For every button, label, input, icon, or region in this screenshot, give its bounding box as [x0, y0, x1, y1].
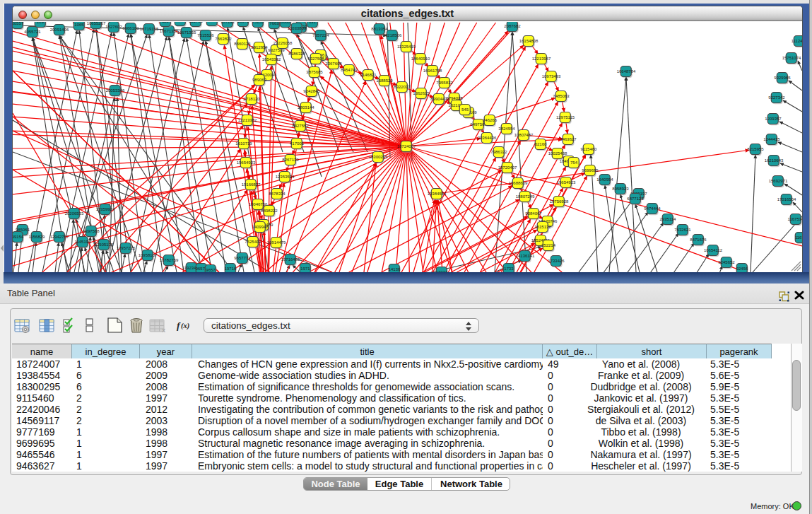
svg-text:16914479: 16914479	[267, 240, 286, 245]
svg-text:1409948: 1409948	[252, 225, 269, 229]
svg-text:10958107: 10958107	[139, 253, 158, 257]
svg-text:12505135: 12505135	[95, 243, 114, 247]
svg-text:746266: 746266	[483, 118, 498, 122]
svg-text:20053346: 20053346	[106, 88, 125, 93]
svg-text:1065526: 1065526	[172, 22, 189, 23]
svg-text:10719155: 10719155	[140, 27, 159, 31]
svg-text:16033809: 16033809	[288, 26, 307, 30]
svg-text:16671355: 16671355	[177, 30, 196, 35]
svg-text:9657: 9657	[206, 268, 216, 272]
svg-text:16782759: 16782759	[160, 258, 179, 262]
svg-text:19166827: 19166827	[242, 182, 261, 187]
svg-text:12213382: 12213382	[238, 118, 257, 122]
svg-text:19654923: 19654923	[557, 180, 576, 185]
svg-text:18300295: 18300295	[369, 155, 388, 159]
svg-text:8678334: 8678334	[269, 192, 286, 196]
svg-text:9115460: 9115460	[581, 147, 598, 151]
svg-text:7625402: 7625402	[245, 240, 261, 244]
svg-text:17334: 17334	[436, 270, 448, 272]
svg-text:19654923: 19654923	[237, 160, 256, 165]
svg-text:18640910: 18640910	[411, 57, 430, 61]
svg-text:8322037: 8322037	[394, 85, 411, 89]
svg-text:9657771: 9657771	[234, 256, 251, 260]
svg-text:391: 391	[309, 22, 317, 24]
svg-text:1971: 1971	[300, 267, 310, 271]
svg-text:9329965: 9329965	[774, 76, 791, 80]
svg-text:1145194: 1145194	[75, 240, 92, 244]
svg-text:2087682: 2087682	[504, 24, 521, 28]
svg-text:3824554: 3824554	[498, 127, 515, 131]
svg-text:1733: 1733	[504, 267, 514, 271]
svg-text:(x): (x)	[181, 322, 189, 330]
svg-text:16671: 16671	[237, 22, 249, 23]
svg-text:17957225: 17957225	[117, 246, 136, 250]
svg-text:16961758: 16961758	[423, 69, 442, 73]
svg-text:115: 115	[162, 22, 169, 23]
svg-text:7485063: 7485063	[553, 94, 570, 98]
svg-text:2718120: 2718120	[243, 97, 260, 101]
svg-text:12942757: 12942757	[50, 235, 69, 239]
svg-text:7357224: 7357224	[312, 33, 329, 37]
svg-text:7663822: 7663822	[215, 37, 232, 41]
svg-text:3912954: 3912954	[251, 45, 268, 49]
svg-text:9474444: 9474444	[644, 206, 661, 211]
svg-text:16210643: 16210643	[765, 158, 784, 163]
svg-text:8498222: 8498222	[261, 209, 278, 213]
svg-text:19716: 19716	[225, 267, 237, 271]
svg-text:19756928: 19756928	[550, 199, 569, 204]
svg-text:9397568: 9397568	[83, 229, 100, 233]
svg-text:545: 545	[461, 107, 469, 112]
svg-text:1640954: 1640954	[596, 177, 613, 182]
svg-text:8660: 8660	[281, 22, 290, 24]
svg-text:2803144: 2803144	[298, 105, 314, 110]
svg-text:96610: 96610	[206, 22, 218, 23]
svg-text:9699695: 9699695	[582, 168, 599, 173]
svg-text:18724007: 18724007	[397, 144, 416, 148]
svg-text:1167534: 1167534	[788, 217, 802, 221]
svg-text:3875685: 3875685	[306, 70, 323, 74]
svg-text:12975115: 12975115	[556, 115, 575, 119]
svg-text:1527602: 1527602	[105, 25, 122, 29]
svg-text:16543362: 16543362	[262, 57, 281, 62]
svg-text:19218506: 19218506	[383, 33, 402, 37]
svg-text:152760: 152760	[189, 22, 204, 23]
svg-text:2367608: 2367608	[325, 62, 342, 66]
svg-text:8990443: 8990443	[430, 97, 447, 101]
svg-text:209: 209	[37, 22, 45, 24]
svg-text:9245652: 9245652	[718, 260, 735, 264]
svg-text:18807249: 18807249	[516, 194, 535, 199]
svg-text:19716485: 19716485	[281, 257, 300, 262]
svg-text:20364436: 20364436	[478, 136, 497, 140]
svg-text:1615132: 1615132	[534, 225, 551, 229]
svg-text:14136: 14136	[389, 267, 401, 271]
svg-text:417001: 417001	[290, 141, 305, 146]
svg-text:989063: 989063	[252, 78, 267, 82]
svg-text:23226058: 23226058	[273, 41, 293, 45]
svg-text:10973493: 10973493	[542, 74, 561, 78]
svg-text:1209357: 1209357	[765, 117, 782, 121]
svg-text:8958923: 8958923	[612, 187, 629, 191]
svg-text:8454749: 8454749	[341, 68, 358, 72]
svg-text:1156829: 1156829	[29, 235, 46, 239]
svg-text:1588520: 1588520	[376, 78, 393, 83]
svg-text:7955812: 7955812	[436, 81, 453, 85]
svg-text:75155: 75155	[252, 22, 264, 24]
svg-text:7515526: 7515526	[197, 33, 214, 37]
svg-text:x: x	[162, 327, 165, 334]
svg-text:20206533: 20206533	[65, 211, 84, 216]
svg-text:15720407: 15720407	[498, 165, 517, 170]
svg-text:6877123: 6877123	[627, 197, 644, 201]
svg-text:8215955: 8215955	[747, 147, 764, 151]
svg-text:9227342: 9227342	[768, 95, 785, 100]
svg-text:8660124: 8660124	[234, 42, 251, 46]
svg-text:9463627: 9463627	[560, 137, 577, 141]
svg-text:20091406: 20091406	[50, 28, 69, 32]
svg-text:12213967: 12213967	[532, 57, 551, 61]
svg-text:11325419: 11325419	[397, 45, 416, 49]
svg-text:8186328: 8186328	[288, 52, 305, 56]
svg-text:10654112: 10654112	[704, 248, 723, 252]
svg-text:19384554: 19384554	[428, 192, 447, 196]
svg-text:9327508: 9327508	[307, 57, 324, 61]
svg-text:9146821: 9146821	[360, 73, 377, 77]
svg-text:1244415: 1244415	[763, 137, 780, 141]
